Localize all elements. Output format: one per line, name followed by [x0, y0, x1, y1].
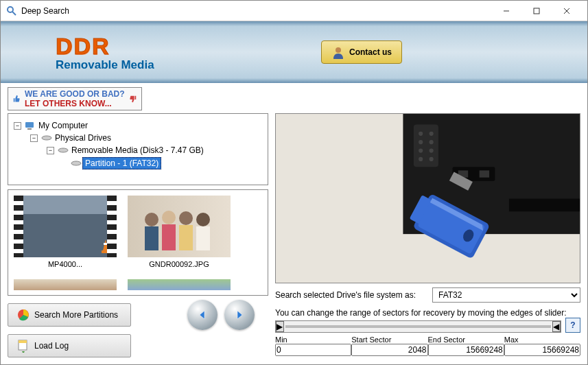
svg-point-31: [430, 140, 434, 144]
thumbnail-panel[interactable]: MP4000... GNDR00092.JPG: [8, 189, 268, 296]
search-more-label: Search More Partitions: [34, 310, 118, 320]
feedback-line1: WE ARE GOOD OR BAD?: [25, 89, 125, 99]
svg-point-10: [58, 148, 68, 152]
preview-image: [275, 113, 580, 283]
svg-rect-38: [480, 170, 489, 177]
collapse-icon[interactable]: −: [30, 134, 38, 142]
thumbnail-item[interactable]: GNDR00092.JPG: [128, 196, 231, 268]
thumbnail-item[interactable]: [128, 279, 231, 293]
svg-rect-39: [509, 199, 580, 212]
svg-point-32: [419, 148, 423, 152]
end-sector-label: End Sector: [428, 335, 504, 344]
start-sector-label: Start Sector: [351, 335, 427, 344]
help-button[interactable]: ?: [565, 318, 580, 333]
svg-rect-7: [25, 122, 34, 128]
min-sector-input[interactable]: [275, 344, 351, 356]
svg-rect-20: [179, 225, 193, 250]
svg-point-15: [162, 211, 176, 224]
contact-us-button[interactable]: Contact us: [321, 40, 402, 64]
svg-rect-8: [27, 128, 32, 130]
pie-icon: [16, 308, 30, 322]
video-thumbnail: [14, 196, 117, 257]
search-more-partitions-button[interactable]: Search More Partitions: [8, 303, 131, 327]
svg-point-28: [419, 132, 423, 136]
svg-point-6: [336, 47, 341, 53]
log-icon: [16, 339, 30, 353]
person-icon: [331, 45, 345, 59]
svg-point-14: [145, 213, 158, 226]
sector-range-slider[interactable]: ▶ ◀: [275, 320, 561, 333]
max-sector-input[interactable]: [504, 344, 580, 356]
svg-rect-19: [162, 224, 176, 250]
svg-point-9: [42, 136, 51, 140]
contact-label: Contact us: [349, 47, 392, 57]
svg-rect-21: [196, 226, 210, 250]
banner: DDR Removable Media Contact us: [1, 21, 587, 83]
svg-line-1: [12, 12, 16, 15]
svg-rect-27: [414, 124, 438, 167]
svg-point-35: [430, 157, 434, 161]
svg-rect-3: [534, 8, 539, 14]
maximize-button[interactable]: [521, 1, 552, 21]
svg-point-16: [179, 211, 193, 225]
tree-partition[interactable]: Partition - 1 (FAT32): [14, 156, 262, 170]
tree-removable-media[interactable]: − Removable Media (Disk3 - 7.47 GB): [14, 144, 262, 156]
filesystem-select[interactable]: FAT32: [432, 287, 580, 303]
filesystem-label: Search selected Drive's file system as:: [275, 290, 430, 300]
image-thumbnail: [128, 196, 231, 257]
thumbnail-item[interactable]: [14, 279, 117, 293]
drive-tree[interactable]: − My Computer − Physical Drives − Remova…: [8, 113, 268, 185]
svg-point-34: [419, 157, 423, 161]
titlebar: Deep Search: [1, 1, 587, 21]
feedback-banner[interactable]: WE ARE GOOD OR BAD? LET OTHERS KNOW...: [8, 87, 142, 110]
svg-rect-18: [145, 226, 158, 250]
svg-rect-24: [19, 340, 27, 343]
slider-handle-right[interactable]: ◀: [552, 321, 561, 332]
svg-point-30: [419, 140, 423, 144]
svg-rect-12: [102, 250, 110, 253]
window-title: Deep Search: [21, 6, 491, 16]
next-button[interactable]: [224, 300, 255, 330]
tree-l1-label: Physical Drives: [53, 132, 113, 143]
svg-point-33: [430, 148, 434, 152]
prev-button[interactable]: [187, 300, 217, 330]
collapse-icon[interactable]: −: [14, 122, 21, 130]
tree-l3-label: Partition - 1 (FAT32): [82, 157, 161, 169]
tree-root[interactable]: − My Computer: [14, 119, 262, 132]
svg-rect-13: [104, 243, 108, 245]
image-thumbnail: [128, 279, 231, 290]
svg-point-0: [8, 7, 13, 12]
computer-icon: [24, 121, 36, 130]
svg-point-29: [430, 132, 434, 136]
thumbs-up-icon: [12, 94, 22, 104]
minimize-button[interactable]: [491, 1, 521, 21]
logo-text: DDR: [56, 33, 154, 60]
svg-point-11: [71, 161, 81, 165]
drive-icon: [40, 134, 53, 142]
end-sector-input[interactable]: [428, 344, 504, 356]
min-label: Min: [275, 335, 351, 344]
svg-point-17: [196, 213, 210, 226]
load-log-label: Load Log: [34, 341, 69, 351]
thumbs-down-icon: [128, 94, 137, 104]
logo-subtitle: Removable Media: [56, 58, 154, 72]
load-log-button[interactable]: Load Log: [8, 334, 131, 357]
image-thumbnail: [14, 279, 117, 290]
feedback-line2: LET OTHERS KNOW...: [25, 99, 125, 108]
app-icon: [6, 5, 17, 16]
tree-physical-drives[interactable]: − Physical Drives: [14, 132, 262, 144]
thumbnail-caption: GNDR00092.JPG: [149, 260, 209, 268]
drive-icon: [57, 146, 69, 154]
tree-root-label: My Computer: [36, 120, 90, 131]
close-button[interactable]: [552, 1, 582, 21]
thumbnail-item[interactable]: MP4000...: [14, 196, 117, 268]
collapse-icon[interactable]: −: [47, 147, 54, 154]
thumbnail-caption: MP4000...: [48, 260, 82, 268]
slider-hint: You can change the range of sectors for …: [275, 308, 580, 318]
max-label: Max: [504, 335, 580, 344]
start-sector-input[interactable]: [351, 344, 427, 356]
tree-l2-label: Removable Media (Disk3 - 7.47 GB): [69, 145, 206, 156]
slider-handle-left[interactable]: ▶: [276, 321, 284, 332]
vlc-icon: [97, 238, 114, 255]
logo: DDR Removable Media: [56, 33, 154, 72]
